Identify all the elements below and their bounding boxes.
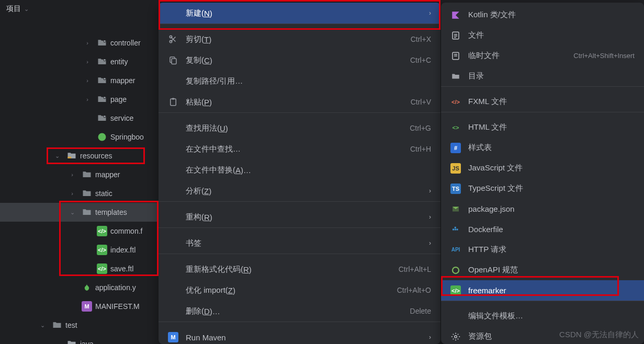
tree-row[interactable]: ⌄iava [0,335,157,344]
menu-item[interactable]: 在文件中查找…Ctrl+H [159,139,440,159]
blank-icon [168,264,178,274]
submenu-item[interactable]: package.json [441,199,644,219]
menu-item[interactable]: MRun Maven› [159,327,440,344]
tree-chevron-icon[interactable]: ⌄ [51,341,63,345]
tree-row[interactable]: ›mapper [0,165,157,184]
blank-icon [168,212,178,222]
folder-dot-icon [97,75,107,86]
submenu-item[interactable]: <>HTML 文件 [441,117,644,137]
submenu-item[interactable]: 目录 [441,66,644,86]
submenu-item[interactable]: </>FXML 文件 [441,91,644,112]
tree-chevron-icon[interactable]: › [66,190,78,197]
submenu-item[interactable]: 编辑文件模板… [441,306,644,326]
menu-item[interactable]: 删除(D)…Delete [159,301,440,322]
tree-row[interactable]: ⌄templates [0,203,157,222]
submenu-item[interactable]: OpenAPI 规范 [441,260,644,280]
submenu-item-label: 样式表 [468,143,635,153]
submenu-item[interactable]: </>freemarker [441,280,644,301]
menu-item[interactable]: 书签› [159,233,440,254]
menu-item-label: 分析(Z) [186,186,422,196]
svg-point-9 [104,116,105,117]
menu-item[interactable]: 重新格式化代码(R)Ctrl+Alt+L [159,259,440,280]
tree-row[interactable]: ›controller [0,33,157,52]
menu-item[interactable]: 复制路径/引用… [159,71,440,91]
tree-row[interactable]: ›mapper [0,71,157,90]
svg-rect-21 [453,228,454,230]
tree-row[interactable]: Springboo [0,128,157,146]
svg-rect-18 [172,98,175,100]
fxml-icon: </> [450,97,461,107]
menu-item[interactable]: 重构(R)› [159,207,440,227]
svg-rect-24 [455,226,456,228]
tree-row[interactable]: ›entity [0,52,157,71]
openapi-icon [450,265,461,276]
tree-row[interactable]: ›static [0,184,157,203]
submenu-item[interactable]: Kotlin 类/文件 [441,5,644,25]
tree-chevron-icon[interactable]: › [81,40,94,46]
context-menu: 新建(N)›剪切(T)Ctrl+X复制(C)Ctrl+C复制路径/引用…粘贴(P… [159,3,440,344]
submenu-item[interactable]: #样式表 [441,137,644,158]
menu-item-label: 剪切(T) [186,35,403,44]
svg-point-5 [104,78,105,79]
tree-label: resources [80,152,112,160]
menu-item-label: 在文件中查找… [186,144,403,154]
folder-dot-icon [97,94,107,105]
svg-point-3 [104,59,105,61]
tree-row[interactable]: application.y [0,278,157,297]
menu-item[interactable]: 粘贴(P)Ctrl+V [159,91,440,112]
menu-item[interactable]: 复制(C)Ctrl+C [159,50,440,71]
menu-item[interactable]: 剪切(T)Ctrl+X [159,29,440,50]
submenu-item[interactable]: JSJavaScript 文件 [441,158,644,178]
submenu-item[interactable]: Dockerfile [441,219,644,239]
tree-row[interactable]: </>common.f [0,222,157,240]
submenu-item[interactable]: TSTypeScript 文件 [441,178,644,199]
tree-row[interactable]: ⌄test [0,316,157,335]
tree-chevron-icon[interactable]: ⌄ [51,153,63,159]
svg-point-7 [104,97,105,98]
ftl-icon: </> [97,245,107,255]
kotlin-icon [450,10,461,20]
submenu-item[interactable]: 文件 [441,25,644,45]
submenu-item[interactable]: APIHTTP 请求 [441,239,644,260]
submenu-item-label: Kotlin 类/文件 [468,10,635,20]
menu-shortcut: Ctrl+Alt+O [397,286,431,294]
chevron-right-icon: › [429,334,431,341]
tree-row[interactable]: ⌄resources [0,146,157,165]
tree-chevron-icon[interactable]: ⌄ [36,322,49,329]
folder-dot-icon [97,38,107,48]
copy-icon [168,55,178,65]
submenu-item-label: 编辑文件模板… [468,311,635,321]
tree-row[interactable]: service [0,109,157,128]
project-panel-header[interactable]: 项目 ⌄ [0,0,157,18]
menu-item[interactable]: 分析(Z)› [159,180,440,201]
tree-chevron-icon[interactable]: ⌄ [66,209,78,216]
menu-item[interactable]: 在文件中替换(A)… [159,159,440,180]
tree-chevron-icon[interactable]: › [66,171,78,178]
tree-chevron-icon[interactable]: › [81,77,94,84]
svg-point-1 [104,40,105,42]
folder-dot-icon [97,56,107,67]
menu-item-label: 重新格式化代码(R) [186,265,391,274]
tree-chevron-icon[interactable]: › [81,96,94,102]
blank-icon [168,76,178,86]
menu-item-label: 重构(R) [186,212,422,222]
menu-item[interactable]: 优化 import(Z)Ctrl+Alt+O [159,280,440,301]
api-icon: API [450,245,461,255]
tree-row[interactable]: ›page [0,90,157,109]
tree-row[interactable]: MMANIFEST.M [0,297,157,316]
submenu-item-label: HTML 文件 [468,122,635,132]
submenu-item-label: 文件 [468,30,635,40]
ftl-icon: </> [450,285,461,296]
menu-item[interactable]: 新建(N)› [159,3,440,24]
menu-item[interactable]: 查找用法(U)Ctrl+G [159,118,440,139]
tree-row[interactable]: </>index.ftl [0,240,157,259]
svg-rect-16 [172,59,176,64]
submenu-item[interactable]: 临时文件Ctrl+Alt+Shift+Insert [441,45,644,66]
maven-icon: M [168,332,178,342]
file-lines-icon [450,30,461,41]
chevron-right-icon: › [429,213,431,221]
tree-chevron-icon[interactable]: › [81,59,94,65]
tree-row[interactable]: </>save.ftl [0,259,157,278]
submenu-item-label: package.json [468,204,635,213]
submenu-item-label: freemarker [468,286,635,295]
